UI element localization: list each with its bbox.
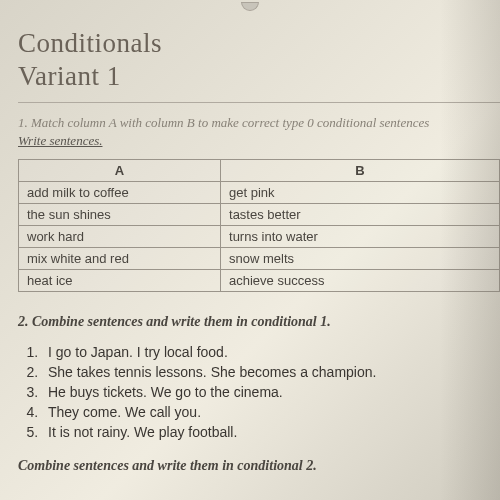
divider — [18, 102, 500, 103]
list-item: It is not rainy. We play football. — [42, 424, 500, 440]
cell-b: tastes better — [221, 204, 500, 226]
table-row: heat ice achieve success — [19, 270, 500, 292]
cell-a: add milk to coffee — [19, 182, 221, 204]
list-item: He buys tickets. We go to the cinema. — [42, 384, 500, 400]
cell-b: get pink — [221, 182, 500, 204]
cell-a: work hard — [19, 226, 221, 248]
page-title: Conditionals — [18, 28, 500, 59]
binder-hole — [241, 2, 259, 11]
list-item: She takes tennis lessons. She becomes a … — [42, 364, 500, 380]
exercise2-heading: 2. Combine sentences and write them in c… — [18, 314, 500, 330]
exercise2-list: I go to Japan. I try local food. She tak… — [42, 344, 500, 440]
table-row: add milk to coffee get pink — [19, 182, 500, 204]
cell-a: heat ice — [19, 270, 221, 292]
cell-b: achieve success — [221, 270, 500, 292]
match-table: A B add milk to coffee get pink the sun … — [18, 159, 500, 292]
cell-b: snow melts — [221, 248, 500, 270]
cell-a: mix white and red — [19, 248, 221, 270]
page-subtitle: Variant 1 — [18, 61, 500, 92]
col-b-header: B — [221, 160, 500, 182]
table-row: mix white and red snow melts — [19, 248, 500, 270]
list-item: They come. We call you. — [42, 404, 500, 420]
exercise1-write: Write sentences. — [18, 133, 500, 149]
cell-a: the sun shines — [19, 204, 221, 226]
cell-b: turns into water — [221, 226, 500, 248]
exercise3-heading: Combine sentences and write them in cond… — [18, 458, 500, 474]
list-item: I go to Japan. I try local food. — [42, 344, 500, 360]
col-a-header: A — [19, 160, 221, 182]
table-header-row: A B — [19, 160, 500, 182]
table-row: the sun shines tastes better — [19, 204, 500, 226]
table-row: work hard turns into water — [19, 226, 500, 248]
exercise1-instruction: 1. Match column A with column B to make … — [18, 115, 500, 131]
